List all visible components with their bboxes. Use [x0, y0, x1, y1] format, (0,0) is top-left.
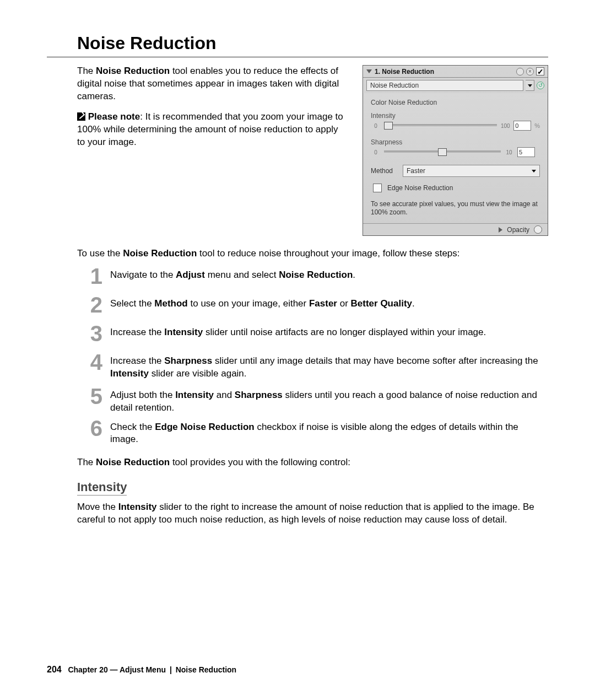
text-fragment: to use on your image, either [188, 298, 309, 309]
opacity-label: Opacity [507, 226, 529, 234]
text-bold: Noise Reduction [279, 270, 353, 280]
panel-close-button[interactable]: × [526, 68, 534, 76]
edge-noise-checkbox[interactable] [373, 184, 382, 192]
panel-enable-checkbox[interactable]: ✓ [536, 67, 544, 76]
content-area: The Noise Reduction tool enables you to … [77, 65, 548, 526]
sharpness-slider-row: 0 10 5 [371, 147, 540, 157]
text-bold: Method [154, 298, 187, 309]
step-row-3: 3 Increase the Intensity slider until no… [77, 325, 548, 342]
text-fragment: Increase the [110, 327, 164, 337]
slider-max: 100 [500, 123, 510, 129]
page-title: Noise Reduction [77, 33, 548, 53]
footer-separator: | [170, 665, 172, 674]
method-dropdown[interactable]: Faster [403, 165, 540, 177]
text-fragment: The [77, 457, 96, 467]
text-fragment: The [77, 66, 96, 76]
step-text: Select the Method to use on your image, … [110, 297, 548, 310]
edge-noise-row: Edge Noise Reduction [371, 184, 540, 192]
steps-lead: To use the Noise Reduction tool to reduc… [77, 247, 548, 260]
step-number: 3 [88, 325, 102, 342]
slider-knob[interactable] [438, 148, 447, 156]
text-bold: Adjust [176, 270, 205, 280]
step-number: 6 [88, 420, 102, 437]
preset-dropdown-label: Noise Reduction [370, 82, 419, 89]
text-bold: Noise Reduction [96, 66, 170, 76]
pencil-icon [77, 112, 85, 121]
sharpness-slider[interactable] [384, 148, 501, 157]
edge-noise-label: Edge Noise Reduction [387, 184, 453, 192]
intensity-block: Intensity 0 100 0 % [371, 112, 540, 131]
intro-text: The Noise Reduction tool enables you to … [77, 65, 347, 157]
noise-reduction-panel: 1. Noise Reduction × ✓ Noise Reduction ↺ [363, 65, 548, 236]
text-bold: Faster [309, 298, 337, 309]
preset-dropdown-arrow[interactable] [526, 80, 534, 91]
text-fragment: tool provides you with the following con… [170, 457, 350, 467]
panel-title: 1. Noise Reduction [375, 68, 513, 76]
step-number: 4 [88, 354, 102, 370]
document-page: Noise Reduction The Noise Reduction tool… [0, 0, 595, 700]
text-fragment: and [214, 390, 235, 400]
panel-reset-button[interactable] [516, 68, 524, 76]
intensity-unit: % [534, 122, 540, 129]
method-label: Method [371, 167, 393, 175]
method-row: Method Faster [371, 165, 540, 177]
slider-knob[interactable] [384, 122, 393, 130]
disclosure-down-icon[interactable] [366, 69, 372, 73]
panel-preset-row: Noise Reduction ↺ [363, 78, 548, 93]
sharpness-unit [538, 149, 540, 155]
section-label: Color Noise Reduction [371, 99, 540, 106]
steps-list: 1 Navigate to the Adjust menu and select… [77, 268, 548, 446]
text-fragment: . [353, 270, 355, 280]
panel-footer: Opacity [363, 223, 548, 235]
slider-min: 0 [371, 123, 381, 129]
text-fragment: Check the [110, 422, 155, 432]
sharpness-value-field[interactable]: 5 [517, 147, 535, 157]
disclosure-right-icon[interactable] [499, 227, 502, 233]
text-bold: Noise Reduction [123, 248, 197, 259]
text-bold: Intensity [110, 368, 149, 379]
panel-header: 1. Noise Reduction × ✓ [363, 66, 548, 78]
intensity-heading: Intensity [77, 480, 127, 496]
step-text: Navigate to the Adjust menu and select N… [110, 268, 548, 282]
text-fragment: . [412, 298, 415, 309]
intro-row: The Noise Reduction tool enables you to … [77, 65, 548, 236]
step-row-4: 4 Increase the Sharpness slider until an… [77, 354, 548, 380]
intensity-value-field[interactable]: 0 [513, 121, 531, 131]
preset-dropdown[interactable]: Noise Reduction [366, 80, 523, 91]
text-fragment: Adjust both the [110, 390, 175, 400]
sharpness-label: Sharpness [371, 138, 540, 146]
panel-header-icons: × ✓ [516, 67, 544, 76]
text-fragment: slider are visible again. [149, 368, 247, 379]
panel-hint-text: To see accurate pixel values, you must v… [371, 200, 540, 217]
text-fragment: slider until any image details that may … [212, 356, 538, 366]
title-rule [47, 57, 548, 57]
step-row-6: 6 Check the Edge Noise Reduction checkbo… [77, 420, 548, 446]
slider-max: 10 [504, 149, 514, 155]
step-number: 1 [88, 268, 102, 284]
step-number: 2 [88, 297, 102, 313]
text-fragment: Move the [77, 502, 118, 512]
slider-line [384, 125, 497, 127]
text-fragment: menu and select [205, 270, 279, 280]
footer-chapter: Chapter 20 — Adjust Menu [68, 665, 166, 674]
footer-section: Noise Reduction [176, 665, 236, 674]
text-fragment: Increase the [110, 356, 164, 366]
text-fragment: Navigate to the [110, 270, 176, 280]
step-text: Check the Edge Noise Reduction checkbox … [110, 420, 548, 446]
panel-body: Color Noise Reduction Intensity 0 100 0 … [363, 93, 548, 223]
page-number: 204 [47, 665, 62, 674]
text-fragment: tool to reduce noise throughout your ima… [197, 248, 459, 259]
text-fragment: To use the [77, 248, 123, 259]
intensity-label: Intensity [371, 112, 540, 120]
method-dropdown-value: Faster [407, 167, 425, 175]
slider-min: 0 [371, 149, 381, 155]
text-bold: Intensity [118, 502, 157, 512]
text-fragment: or [337, 298, 351, 309]
intensity-description: Move the Intensity slider to the right t… [77, 501, 548, 526]
intensity-slider[interactable] [384, 121, 497, 130]
preset-reset-icon[interactable]: ↺ [537, 82, 544, 89]
text-fragment: Select the [110, 298, 154, 309]
text-fragment: slider until noise artifacts are no long… [203, 327, 486, 337]
opacity-toggle[interactable] [534, 225, 542, 234]
text-bold: Sharpness [164, 356, 212, 366]
